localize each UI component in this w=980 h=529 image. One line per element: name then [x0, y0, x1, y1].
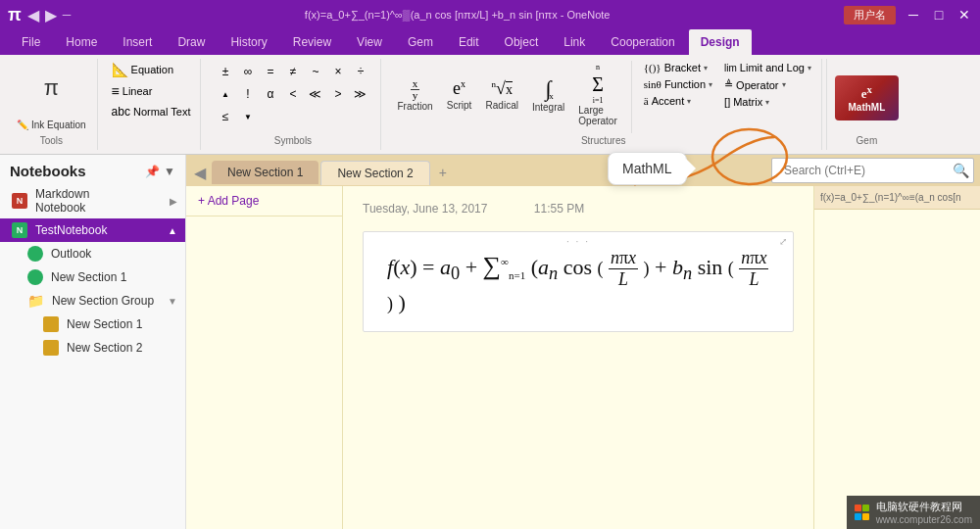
tab-cooperation[interactable]: Cooperation	[599, 29, 686, 55]
operator-dropdown[interactable]: ≜ Operator ▾	[720, 77, 789, 92]
sym-inf[interactable]: ∞	[237, 61, 259, 82]
sidebar-item-subsection2[interactable]: New Section 2	[0, 336, 185, 360]
subsection2-label: New Section 2	[67, 341, 142, 355]
equation-box: · · · ⤢ f(x) = a0 + ∑∞n=1 (an cos ( nπx …	[363, 231, 794, 332]
subsection2-icon	[43, 340, 59, 356]
bracket-dropdown[interactable]: {()} Bracket ▾	[640, 61, 711, 74]
pin-btn[interactable]: ─	[63, 8, 72, 22]
add-page-btn[interactable]: + Add Page	[186, 186, 342, 216]
maximize-btn[interactable]: □	[931, 7, 947, 23]
mathml-gem-btn[interactable]: ex MathML	[835, 75, 899, 120]
tab-edit[interactable]: Edit	[447, 29, 491, 55]
search-icon[interactable]: 🔍	[953, 163, 969, 178]
back-btn[interactable]: ◀	[27, 6, 39, 24]
section-tab-1[interactable]: New Section 1	[212, 161, 318, 184]
sym-pm[interactable]: ±	[215, 61, 236, 82]
testnotebook-collapse-icon[interactable]: ▲	[168, 225, 177, 236]
sidebar-chevron-icon[interactable]: ▼	[164, 165, 175, 178]
search-input[interactable]	[776, 161, 953, 180]
ribbon-group-tools: π ✏️ Ink Equation Tools	[6, 59, 98, 150]
sym-times[interactable]: ×	[327, 61, 349, 82]
limit-log-icon: lim	[724, 63, 737, 73]
function-dropdown[interactable]: sinθ Function ▾	[640, 77, 716, 91]
operator-icon: ≜	[724, 78, 733, 91]
sidebar-header: Notebooks 📌 ▼	[0, 155, 185, 183]
close-btn[interactable]: ✕	[956, 7, 972, 23]
ribbon-group-equation-type: 📐 Equation ≡ Linear abc Normal Text	[102, 59, 202, 150]
sym-alpha[interactable]: α	[260, 83, 281, 105]
tab-design[interactable]: Design	[689, 29, 752, 55]
sym-expand[interactable]: ▲	[215, 83, 236, 105]
sym-expand2[interactable]: ▼	[237, 106, 259, 127]
forward-btn[interactable]: ▶	[45, 6, 57, 24]
minimize-btn[interactable]: ─	[906, 7, 921, 23]
tab-view[interactable]: View	[345, 29, 394, 55]
tab-home[interactable]: Home	[54, 29, 109, 55]
sym-gt[interactable]: >	[327, 83, 349, 105]
limit-log-dropdown[interactable]: lim Limit and Log ▾	[720, 61, 815, 74]
sym-excl[interactable]: !	[237, 83, 259, 105]
watermark: 电脑软硬件教程网 www.computer26.com	[847, 496, 980, 529]
integral-btn[interactable]: ∫x Integral	[526, 74, 570, 115]
large-operator-btn[interactable]: n Σ i=1 LargeOperator	[572, 61, 622, 128]
title-bar-title: f(x)=a_0+∑_(n=1)^∞▒(a_n cos ⁡[nπx/L] +b_…	[71, 9, 844, 21]
script-btn[interactable]: ex Script	[441, 76, 478, 113]
sidebar-item-outlook[interactable]: Outlook	[0, 242, 185, 265]
markdown-notebook-icon: N	[12, 193, 27, 209]
professional-btn[interactable]: 📐 Equation	[108, 61, 177, 78]
tab-gem[interactable]: Gem	[396, 29, 445, 55]
section-group-folder-icon: 📁	[27, 293, 44, 309]
ink-equation-btn[interactable]: ✏️ Ink Equation	[12, 117, 91, 133]
testnotebook-icon: N	[12, 222, 27, 238]
sidebar-item-section-group[interactable]: 📁 New Section Group ▼	[0, 289, 185, 313]
symbols-label: Symbols	[274, 135, 312, 148]
sidebar-item-testnotebook[interactable]: N TestNotebook ▲	[0, 218, 185, 242]
ribbon-group-gem: ex MathML Gem	[826, 59, 906, 150]
bracket-icon: {()}	[644, 62, 662, 73]
sidebar-item-subsection1[interactable]: New Section 1	[0, 313, 185, 336]
sym-neq[interactable]: ≠	[282, 61, 304, 82]
sidebar-pin-icon[interactable]: 📌	[145, 165, 160, 178]
accent-icon: ä	[644, 95, 649, 107]
radical-btn[interactable]: n√x Radical	[480, 76, 524, 113]
testnotebook-label: TestNotebook	[35, 223, 107, 237]
eq-expand-icon[interactable]: ⤢	[779, 236, 787, 247]
function-icon: sinθ	[644, 78, 662, 90]
sym-gg[interactable]: ≫	[350, 83, 371, 105]
user-btn[interactable]: 用户名	[844, 6, 896, 24]
sym-tilde[interactable]: ~	[305, 61, 326, 82]
tab-insert[interactable]: Insert	[111, 29, 164, 55]
sidebar-item-new-section1[interactable]: New Section 1	[0, 265, 185, 289]
tab-draw[interactable]: Draw	[166, 29, 217, 55]
tab-object[interactable]: Object	[493, 29, 551, 55]
content-area: ◀ New Section 1 New Section 2 + 🔍 + Add …	[186, 155, 980, 529]
struct-dropdown-group2: lim Limit and Log ▾ ≜ Operator ▾ [] Matr…	[720, 61, 815, 109]
tab-review[interactable]: Review	[281, 29, 343, 55]
sidebar-item-markdown[interactable]: N MarkdownNotebook ▶	[0, 183, 185, 218]
equation-btn[interactable]: π	[36, 61, 67, 115]
section-tab-add[interactable]: +	[432, 162, 454, 183]
tab-history[interactable]: History	[219, 29, 278, 55]
pages-list: + Add Page	[186, 186, 343, 529]
ribbon-group-symbols: ± ∞ = ≠ ~ × ÷ ▲ ! α < ≪ > ≫ ≤ ▼	[205, 59, 381, 150]
section-tab-2[interactable]: New Section 2	[320, 161, 429, 185]
title-bar-controls: 用户名 ─ □ ✕	[844, 6, 972, 24]
markdown-expand-icon[interactable]: ▶	[170, 196, 177, 207]
sym-lt[interactable]: <	[282, 83, 304, 105]
sym-eq[interactable]: =	[260, 61, 281, 82]
normal-text-btn[interactable]: abc Normal Text	[108, 104, 195, 120]
sym-leq[interactable]: ≤	[215, 106, 236, 127]
section-group-expand[interactable]: ▼	[168, 296, 177, 307]
linear-btn[interactable]: ≡ Linear	[108, 82, 157, 100]
accent-dropdown[interactable]: ä Accent ▾	[640, 94, 696, 108]
fraction-btn[interactable]: x y Fraction	[391, 76, 438, 114]
tab-file[interactable]: File	[10, 29, 52, 55]
sym-div[interactable]: ÷	[350, 61, 371, 82]
section-nav-back[interactable]: ◀	[194, 164, 206, 182]
notebooks-title: Notebooks	[10, 163, 86, 179]
main-layout: Notebooks 📌 ▼ N MarkdownNotebook ▶ N Tes…	[0, 155, 980, 529]
matrix-dropdown[interactable]: [] Matrix ▾	[720, 95, 773, 109]
sym-ll[interactable]: ≪	[305, 83, 326, 105]
tab-link[interactable]: Link	[552, 29, 597, 55]
gem-label: Gem	[857, 135, 878, 148]
